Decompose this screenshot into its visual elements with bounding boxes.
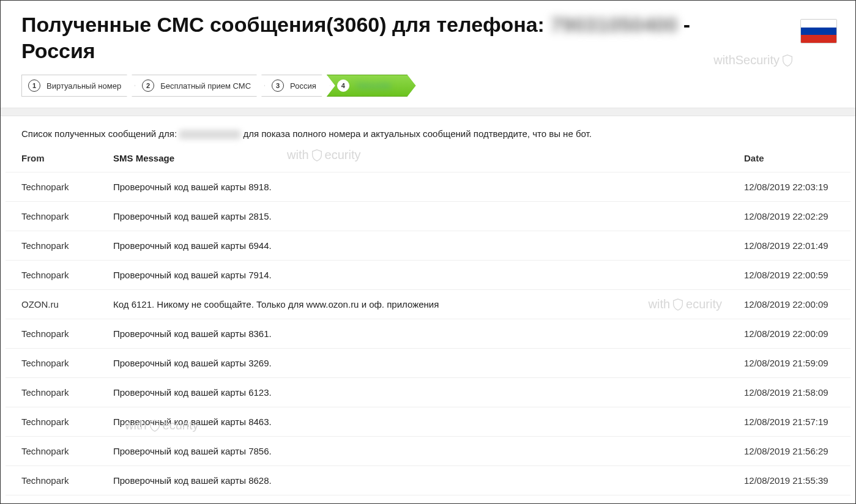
cell-message: Проверочный код вашей карты 6944. xyxy=(97,231,728,261)
content-area: Список полученных сообщений для: для пок… xyxy=(1,116,855,495)
description-number-masked xyxy=(179,130,240,139)
russia-flag-icon xyxy=(800,19,837,43)
cell-message: Проверочный код вашей карты 8463. xyxy=(97,407,728,437)
cell-from: Technopark xyxy=(6,349,97,378)
breadcrumb-item-virtual-number[interactable]: 1 Виртуальный номер xyxy=(21,75,135,97)
cell-from: Technopark xyxy=(6,261,97,290)
table-row: TechnoparkПроверочный код вашей карты 69… xyxy=(6,231,850,261)
list-description: Список полученных сообщений для: для пок… xyxy=(6,116,850,144)
table-row: TechnoparkПроверочный код вашей карты 86… xyxy=(6,466,850,495)
cell-from: OZON.ru xyxy=(6,290,97,319)
breadcrumb-item-free-sms[interactable]: 2 Бесплатный прием СМС xyxy=(132,75,265,97)
cell-date: 12/08/2019 22:00:09 xyxy=(728,319,850,349)
cell-message: Проверочный код вашей карты 6123. xyxy=(97,378,728,407)
cell-from: Technopark xyxy=(6,319,97,349)
cell-message: Проверочный код вашей карты 8918. xyxy=(97,172,728,202)
page-header: Полученные СМС сообщения(3060) для телеф… xyxy=(1,1,855,69)
cell-date: 12/08/2019 22:03:19 xyxy=(728,172,850,202)
cell-from: Technopark xyxy=(6,202,97,231)
title-suffix: - xyxy=(683,13,690,36)
title-country: Россия xyxy=(21,39,95,62)
breadcrumb-label: Виртуальный номер xyxy=(47,81,121,91)
column-header-date: Date xyxy=(728,144,850,172)
cell-from: Technopark xyxy=(6,466,97,495)
column-header-message: SMS Message xyxy=(97,144,728,172)
breadcrumb-label: Бесплатный прием СМС xyxy=(160,81,251,91)
cell-date: 12/08/2019 21:57:19 xyxy=(728,407,850,437)
breadcrumb-step-number: 2 xyxy=(142,80,154,92)
cell-date: 12/08/2019 22:01:49 xyxy=(728,231,850,261)
breadcrumb-item-russia[interactable]: 3 Россия xyxy=(261,75,330,97)
cell-from: Technopark xyxy=(6,172,97,202)
table-row: TechnoparkПроверочный код вашей карты 32… xyxy=(6,349,850,378)
table-header-row: From SMS Message Date xyxy=(6,144,850,172)
table-row: TechnoparkПроверочный код вашей карты 89… xyxy=(6,172,850,202)
table-row: TechnoparkПроверочный код вашей карты 28… xyxy=(6,202,850,231)
cell-date: 12/08/2019 22:00:09 xyxy=(728,290,850,319)
cell-from: Technopark xyxy=(6,437,97,466)
cell-date: 12/08/2019 22:02:29 xyxy=(728,202,850,231)
breadcrumb-label: Россия xyxy=(290,81,316,91)
table-row: TechnoparkПроверочный код вашей карты 78… xyxy=(6,437,850,466)
breadcrumb-step-number: 3 xyxy=(272,80,284,92)
table-row: TechnoparkПроверочный код вашей карты 79… xyxy=(6,261,850,290)
page-title: Полученные СМС сообщения(3060) для телеф… xyxy=(21,12,835,64)
cell-date: 12/08/2019 21:55:39 xyxy=(728,466,850,495)
table-row: TechnoparkПроверочный код вашей карты 84… xyxy=(6,407,850,437)
table-row: TechnoparkПроверочный код вашей карты 61… xyxy=(6,378,850,407)
breadcrumb-label-masked: 79031050 xyxy=(355,81,391,91)
description-prefix: Список полученных сообщений для: xyxy=(21,128,179,139)
breadcrumb: 1 Виртуальный номер 2 Бесплатный прием С… xyxy=(1,69,855,108)
cell-message: Проверочный код вашей карты 7856. xyxy=(97,437,728,466)
column-header-from: From xyxy=(6,144,97,172)
title-phone-masked: 79031050400 xyxy=(550,12,677,38)
cell-message: Код 6121. Никому не сообщайте. Только дл… xyxy=(97,290,728,319)
table-row: TechnoparkПроверочный код вашей карты 83… xyxy=(6,319,850,349)
cell-from: Technopark xyxy=(6,378,97,407)
description-suffix: для показа полного номера и актуальных с… xyxy=(243,128,591,139)
cell-message: Проверочный код вашей карты 2815. xyxy=(97,202,728,231)
breadcrumb-step-number: 4 xyxy=(337,80,349,92)
cell-date: 12/08/2019 22:00:59 xyxy=(728,261,850,290)
cell-from: Technopark xyxy=(6,231,97,261)
cell-date: 12/08/2019 21:56:29 xyxy=(728,437,850,466)
breadcrumb-step-number: 1 xyxy=(28,80,40,92)
cell-message: Проверочный код вашей карты 7914. xyxy=(97,261,728,290)
cell-from: Technopark xyxy=(6,407,97,437)
cell-message: Проверочный код вашей карты 8361. xyxy=(97,319,728,349)
title-prefix: Полученные СМС сообщения(3060) для телеф… xyxy=(21,13,550,36)
page-container: Полученные СМС сообщения(3060) для телеф… xyxy=(0,0,856,504)
breadcrumb-item-current[interactable]: 4 79031050 xyxy=(327,75,416,97)
section-divider xyxy=(1,108,855,116)
table-wrapper: with ecurity with ecurity with ecurity F… xyxy=(6,144,850,495)
sms-table: From SMS Message Date TechnoparkПровероч… xyxy=(6,144,850,495)
table-row: OZON.ruКод 6121. Никому не сообщайте. То… xyxy=(6,290,850,319)
cell-message: Проверочный код вашей карты 8628. xyxy=(97,466,728,495)
cell-message: Проверочный код вашей карты 3269. xyxy=(97,349,728,378)
cell-date: 12/08/2019 21:58:09 xyxy=(728,378,850,407)
cell-date: 12/08/2019 21:59:09 xyxy=(728,349,850,378)
